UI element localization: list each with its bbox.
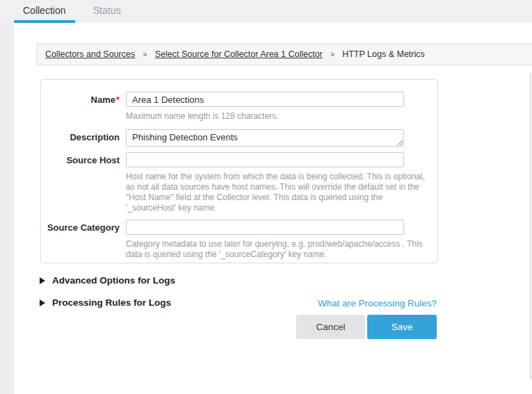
- action-buttons: Cancel Save: [296, 315, 437, 339]
- breadcrumb: Collectors and Sources > Select Source f…: [36, 43, 532, 65]
- advanced-options-label: Advanced Options for Logs: [52, 275, 175, 286]
- name-hint: Maximum name length is 128 characters.: [126, 111, 428, 122]
- scrollbar-track[interactable]: [530, 73, 531, 379]
- source-host-field-row: Source Host Host name for the system fro…: [41, 152, 437, 213]
- source-category-field-row: Source Category Category metadata to use…: [41, 220, 437, 260]
- source-config-card: Name* Maximum name length is 128 charact…: [40, 79, 438, 263]
- name-input[interactable]: [126, 92, 404, 107]
- processing-rules-label: Processing Rules for Logs: [52, 297, 171, 308]
- top-tab-bar: Collection Status: [0, 0, 532, 23]
- breadcrumb-separator: >: [330, 50, 334, 58]
- advanced-options-toggle[interactable]: Advanced Options for Logs: [40, 275, 175, 286]
- name-field-row: Name* Maximum name length is 128 charact…: [41, 92, 437, 122]
- tab-collection[interactable]: Collection: [23, 5, 65, 16]
- left-gutter: [0, 23, 14, 394]
- required-asterisk: *: [116, 95, 120, 105]
- breadcrumb-separator: >: [143, 50, 147, 58]
- source-host-hint: Host name for the system from which the …: [126, 172, 428, 213]
- description-field-row: Description Phishing Detection Events: [41, 129, 437, 147]
- source-host-input[interactable]: [126, 152, 404, 167]
- source-category-label: Source Category: [41, 220, 120, 233]
- name-label: Name*: [41, 92, 120, 105]
- breadcrumb-select-source[interactable]: Select Source for Collector Area 1 Colle…: [155, 49, 323, 59]
- source-host-label: Source Host: [41, 152, 120, 165]
- name-label-text: Name: [91, 95, 115, 105]
- source-category-input[interactable]: [126, 220, 404, 235]
- what-are-processing-rules-link[interactable]: What are Processing Rules?: [318, 298, 437, 309]
- save-button[interactable]: Save: [367, 315, 437, 339]
- source-category-hint: Category metadata to use later for query…: [126, 239, 428, 260]
- processing-rules-toggle[interactable]: Processing Rules for Logs: [40, 297, 171, 308]
- expand-triangle-icon: [40, 299, 45, 306]
- breadcrumb-collectors-and-sources[interactable]: Collectors and Sources: [45, 49, 135, 59]
- cancel-button[interactable]: Cancel: [296, 315, 365, 339]
- expand-triangle-icon: [40, 277, 45, 284]
- tab-status[interactable]: Status: [93, 5, 121, 16]
- description-textarea[interactable]: Phishing Detection Events: [126, 129, 404, 147]
- active-tab-indicator: [14, 20, 75, 23]
- breadcrumb-current-page: HTTP Logs & Metrics: [342, 49, 425, 59]
- description-label: Description: [41, 129, 120, 142]
